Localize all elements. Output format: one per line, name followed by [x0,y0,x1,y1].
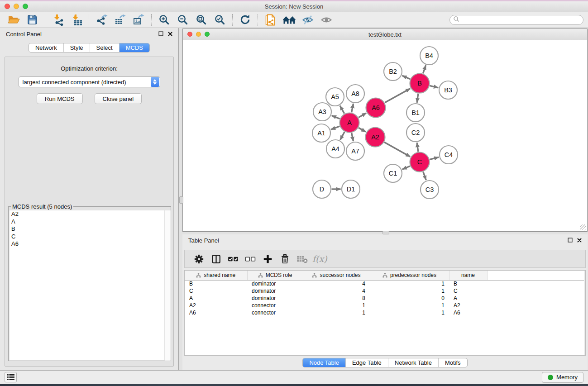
select-all-rows-icon[interactable] [225,252,242,266]
graph-edge-C-C1[interactable] [402,166,410,169]
tab-select[interactable]: Select [90,43,119,52]
graph-node-A5[interactable]: A5 [326,88,344,106]
graph-edge-A-A4[interactable] [340,132,345,140]
column-header-predecessor-nodes[interactable]: predecessor nodes [370,271,449,280]
graph-node-D1[interactable]: D1 [342,180,360,198]
zoom-out-icon[interactable] [173,13,192,27]
show-panels-button[interactable] [5,372,17,382]
graph-node-C3[interactable]: C3 [421,181,439,199]
table-settings-icon[interactable] [190,252,207,266]
graph-edge-A-A8[interactable] [352,104,354,112]
float-panel-icon[interactable] [568,237,573,244]
delete-column-icon[interactable] [276,252,293,266]
hide-selected-icon[interactable] [298,13,317,27]
graph-node-A2[interactable]: A2 [366,128,385,147]
graph-edge-B-B3[interactable] [430,86,438,87]
toggle-column-panel-icon[interactable] [207,252,225,266]
graph-edge-C-C4[interactable] [430,157,439,159]
graph-edge-C-C3[interactable] [423,172,426,180]
graph-node-C[interactable]: C [410,152,430,172]
tab-mcds[interactable]: MCDS [119,43,149,52]
network-graph[interactable]: AA1A2A3A4A5A6A7A8BB1B2B3B4CC1C2C3C4DD1 [183,41,586,231]
mcds-result-list[interactable]: A2ABCA6 [10,210,170,360]
column-header-shared-name[interactable]: shared name [185,271,247,280]
close-window-button[interactable] [5,4,10,9]
search-field[interactable] [449,15,583,25]
zoom-in-icon[interactable] [155,13,173,27]
refresh-view-icon[interactable] [236,13,254,27]
close-panel-icon[interactable] [168,31,172,38]
show-all-icon[interactable] [317,13,335,27]
column-header-mcds-role[interactable]: MCDS role [247,271,303,280]
save-session-icon[interactable] [23,13,42,27]
close-panel-button[interactable]: Close panel [95,93,142,104]
graph-node-B4[interactable]: B4 [420,47,438,65]
tab-network[interactable]: Network [29,43,63,52]
table-row[interactable]: Cdominator41C [185,287,585,295]
table-row[interactable]: Adominator80A [185,295,585,302]
tab-style[interactable]: Style [63,43,90,52]
graph-node-B1[interactable]: B1 [406,104,425,122]
network-zoom-button[interactable] [205,32,210,37]
mcds-result-item[interactable]: A6 [10,240,170,248]
graph-node-C1[interactable]: C1 [384,164,402,182]
zoom-selected-region-icon[interactable] [210,13,229,27]
graph-edge-A2-C[interactable] [384,142,410,157]
float-panel-icon[interactable] [158,31,163,38]
graph-edge-A-A7[interactable] [352,133,354,141]
tab-motifs[interactable]: Motifs [438,358,467,367]
graph-node-A1[interactable]: A1 [312,124,330,142]
graph-node-A6[interactable]: A6 [366,98,386,118]
graph-node-C4[interactable]: C4 [440,146,458,164]
export-table-icon[interactable] [111,13,129,27]
horizontal-splitter-grip[interactable] [382,231,389,234]
graph-node-C2[interactable]: C2 [406,124,425,142]
graph-edge-A-A3[interactable] [332,115,340,119]
tab-edge-table[interactable]: Edge Table [345,358,388,367]
column-header-name[interactable]: name [449,271,487,280]
graph-node-A7[interactable]: A7 [346,142,364,160]
network-canvas[interactable]: AA1A2A3A4A5A6A7A8BB1B2B3B4CC1C2C3C4DD1 [183,41,587,231]
graph-node-B2[interactable]: B2 [384,62,402,81]
graph-edge-A-A1[interactable] [331,126,339,129]
result-list-scrollbar[interactable] [164,210,171,361]
graph-node-B[interactable]: B [410,74,430,93]
graph-node-A4[interactable]: A4 [326,140,344,158]
mcds-result-item[interactable]: C [10,233,170,241]
export-image-icon[interactable] [129,13,148,27]
graph-edge-B-B1[interactable] [417,94,418,103]
graph-node-A8[interactable]: A8 [346,85,364,103]
vertical-splitter-grip[interactable] [179,196,183,204]
graph-edge-A6-B[interactable] [385,89,410,103]
graph-node-D[interactable]: D [313,180,331,198]
table-row[interactable]: A2connector11A2 [185,302,585,309]
tab-network-table[interactable]: Network Table [388,358,438,367]
network-close-button[interactable] [187,32,192,37]
graph-edge-A-A5[interactable] [340,106,344,114]
fit-content-icon[interactable] [192,13,210,27]
graph-node-A[interactable]: A [340,113,359,133]
optimization-criterion-select[interactable]: largest connected component (directed) [19,76,160,87]
mcds-result-item[interactable]: A [10,218,170,226]
close-panel-icon[interactable] [577,237,582,244]
table-row[interactable]: A6connector11A6 [185,309,585,316]
export-network-icon[interactable] [92,13,111,27]
import-network-from-file-icon[interactable] [48,13,67,27]
graph-edge-B-B4[interactable] [423,65,425,73]
mcds-result-item[interactable]: A2 [10,210,170,218]
import-table-from-file-icon[interactable] [67,13,86,27]
mcds-result-item[interactable]: B [10,225,170,233]
add-column-icon[interactable] [259,252,276,266]
graph-edge-B-B2[interactable] [402,76,410,79]
table-header[interactable]: shared nameMCDS rolesuccessor nodesprede… [185,271,585,280]
graph-node-B3[interactable]: B3 [439,81,457,99]
new-network-from-selection-icon[interactable] [261,13,280,27]
network-minimize-button[interactable] [196,32,201,37]
graph-node-A3[interactable]: A3 [313,103,331,121]
network-window-titlebar[interactable]: testGlobe.txt [183,29,587,40]
table-scrollbar[interactable] [584,271,585,355]
run-mcds-button[interactable]: Run MCDS [37,93,83,104]
deselect-all-rows-icon[interactable] [242,252,259,266]
memory-button[interactable]: Memory [542,372,583,383]
tab-node-table[interactable]: Node Table [303,358,345,367]
